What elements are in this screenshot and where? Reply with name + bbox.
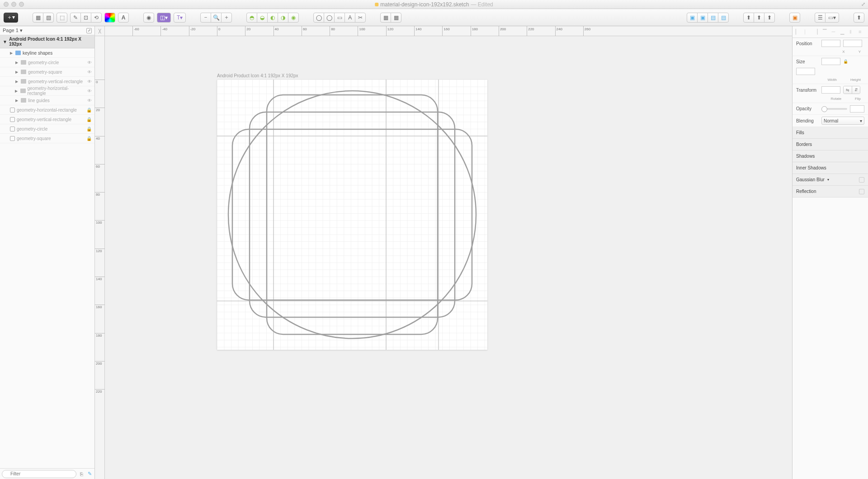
rotate-input[interactable] <box>821 86 840 94</box>
backward-icon[interactable]: ▦ <box>391 13 401 23</box>
zoom-out-icon[interactable]: － <box>200 13 211 23</box>
pencil-icon[interactable]: ◯ <box>324 13 335 23</box>
artboard-surface[interactable] <box>217 80 487 350</box>
gaussian-checkbox[interactable] <box>859 177 864 183</box>
create-symbol-icon[interactable]: ⬚ <box>57 13 67 23</box>
blending-select[interactable]: Normal▾ <box>821 117 864 125</box>
minimize-icon[interactable] <box>11 2 16 7</box>
position-x-input[interactable] <box>821 40 840 47</box>
difference-icon[interactable]: ◑ <box>278 13 288 23</box>
layer-row[interactable]: geometry-vertical-rectangle🔒 <box>0 115 94 124</box>
vector-icon[interactable]: ◯ <box>313 13 324 23</box>
distribute-h-icon[interactable]: ⫴ <box>849 29 856 35</box>
visibility-icon[interactable]: 👁 <box>87 70 92 75</box>
lock-icon[interactable]: 🔒 <box>86 136 92 141</box>
layer-row[interactable]: ▶geometry-square👁 <box>0 67 94 77</box>
filter-input[interactable] <box>2 470 76 478</box>
move-up-icon[interactable]: ▤ <box>708 13 718 23</box>
zoom-in-icon[interactable]: ＋ <box>221 13 232 23</box>
layer-row[interactable]: ▶line guides👁 <box>0 96 94 105</box>
visibility-icon[interactable]: 👁 <box>87 98 92 103</box>
transform-icon[interactable]: ⊡ <box>80 13 91 23</box>
bring-front-icon[interactable]: ▣ <box>687 13 698 23</box>
disclosure-triangle-icon[interactable]: ▶ <box>15 61 19 65</box>
distribute-v-icon[interactable]: ≡ <box>859 29 865 35</box>
text-tool-icon[interactable]: A <box>118 13 129 23</box>
copy-icon[interactable]: ⎘ <box>78 470 85 478</box>
page-selector[interactable]: Page 1 ▾ ⤢ <box>0 26 94 35</box>
slice-icon[interactable]: ✎ <box>86 470 93 478</box>
artboard-row[interactable]: ▼ Android Product Icon 4:1 192px X 192px <box>0 35 94 48</box>
forward-icon[interactable]: ▦ <box>380 13 391 23</box>
canvas-viewport[interactable]: Android Product Icon 4:1 192px X 192px <box>105 36 792 479</box>
canvas[interactable]: ╳ -60-40-2002040608010012014016018020022… <box>95 26 792 479</box>
layer-row[interactable]: ▶keyline shapes <box>0 48 94 58</box>
layers-panel-icon[interactable]: ☰ <box>815 13 826 23</box>
lock-aspect-icon[interactable]: 🔒 <box>843 59 848 64</box>
send-back-icon[interactable]: ▣ <box>697 13 708 23</box>
intersect-icon[interactable]: ◐ <box>267 13 278 23</box>
ruler-horizontal[interactable]: -60-40-200204060801001201401601802002202… <box>105 26 792 36</box>
align-center-v-icon[interactable]: ─ <box>831 29 838 35</box>
zoom-icon[interactable]: 🔍 <box>211 13 222 23</box>
expand-icon[interactable]: ⤢ <box>86 28 92 33</box>
opacity-slider[interactable] <box>821 108 847 110</box>
union-icon[interactable]: ◓ <box>246 13 257 23</box>
ruler-origin-icon[interactable]: ╳ <box>95 26 105 36</box>
inspector-section[interactable]: Inner Shadows <box>793 162 868 174</box>
zoom-icon[interactable] <box>19 2 24 7</box>
align-bottom-icon[interactable]: ▁ <box>840 29 847 35</box>
upload-icon[interactable]: ⬆ <box>854 13 864 23</box>
symbols-icon[interactable]: ◉ <box>143 13 154 23</box>
gaussian-blur-section[interactable]: Gaussian Blur ▾ <box>793 174 868 186</box>
color-picker-icon[interactable] <box>104 13 115 23</box>
lock-icon[interactable]: 🔒 <box>86 127 92 131</box>
ungroup-icon[interactable]: ▧ <box>43 13 54 23</box>
disclosure-triangle-icon[interactable]: ▶ <box>15 99 19 103</box>
disclosure-triangle-icon[interactable]: ▶ <box>10 51 14 55</box>
fullscreen-icon[interactable]: ⤢ <box>861 1 865 7</box>
align-top-icon[interactable]: ▔ <box>823 29 829 35</box>
disclosure-triangle-icon[interactable]: ▶ <box>15 70 19 74</box>
view-icon[interactable]: ▣ <box>789 13 800 23</box>
rect-icon[interactable]: ▭ <box>334 13 345 23</box>
position-y-input[interactable] <box>843 40 862 47</box>
disclosure-triangle-icon[interactable]: ▶ <box>15 89 19 93</box>
height-input[interactable] <box>796 68 815 75</box>
disclosure-triangle-icon[interactable]: ▼ <box>3 39 7 44</box>
inspector-section[interactable]: Shadows <box>793 150 868 162</box>
share-icon[interactable]: ⬆ <box>743 13 754 23</box>
align-center-h-icon[interactable]: ⎸ <box>805 29 811 35</box>
export-icon[interactable]: ⬆ <box>764 13 775 23</box>
visibility-icon[interactable]: 👁 <box>87 79 92 84</box>
disclosure-triangle-icon[interactable]: ▶ <box>15 80 19 84</box>
add-button[interactable]: ＋▾ <box>4 13 18 23</box>
reflection-checkbox[interactable] <box>859 189 864 194</box>
align-left-icon[interactable]: ▏ <box>796 29 802 35</box>
visibility-icon[interactable]: 👁 <box>87 89 92 94</box>
layer-row[interactable]: geometry-horizontal-rectangle🔒 <box>0 105 94 115</box>
move-down-icon[interactable]: ▤ <box>718 13 729 23</box>
opacity-input[interactable] <box>850 105 864 113</box>
rotate-icon[interactable]: ⟲ <box>91 13 102 23</box>
text-icon[interactable]: A <box>344 13 355 23</box>
align-right-icon[interactable]: ▕ <box>814 29 820 35</box>
layer-row[interactable]: ▶geometry-horizontal-rectangle👁 <box>0 86 94 96</box>
layer-row[interactable]: geometry-circle🔒 <box>0 124 94 134</box>
shared-style-icon[interactable]: T▾ <box>174 13 186 23</box>
inspector-section[interactable]: Fills <box>793 127 868 139</box>
inspector-section[interactable]: Borders <box>793 139 868 150</box>
width-input[interactable] <box>821 58 840 65</box>
scissors-icon[interactable]: ✂ <box>355 13 366 23</box>
layer-row[interactable]: geometry-square🔒 <box>0 134 94 143</box>
layer-row[interactable]: ▶geometry-circle👁 <box>0 58 94 67</box>
group-icon[interactable]: ▦ <box>33 13 43 23</box>
layer-row[interactable]: ▶geometry-vertical-rectangle👁 <box>0 77 94 86</box>
mirror-icon[interactable]: ⬆ <box>754 13 764 23</box>
flip-h-icon[interactable]: ⇋ <box>844 86 852 94</box>
artboard-title[interactable]: Android Product Icon 4:1 192px X 192px <box>217 73 298 78</box>
ruler-vertical[interactable]: 020406080100120140160180200220 <box>95 36 105 479</box>
close-icon[interactable] <box>4 2 9 7</box>
visibility-icon[interactable]: 👁 <box>87 60 92 65</box>
flip-v-icon[interactable]: ⇵ <box>852 86 860 94</box>
